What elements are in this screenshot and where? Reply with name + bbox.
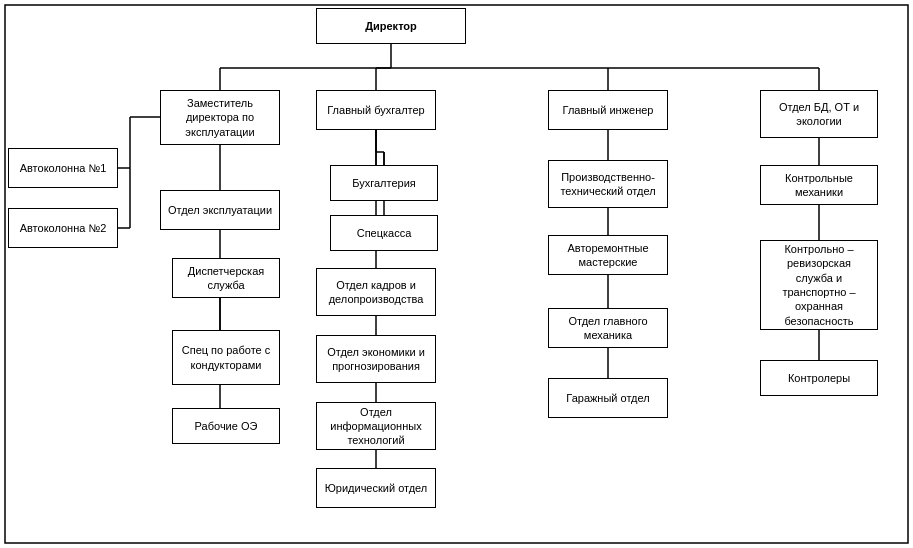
kontrolery-box: Контролеры bbox=[760, 360, 878, 396]
yurid-otdel-box: Юридический отдел bbox=[316, 468, 436, 508]
garazhny-otdel-box: Гаражный отдел bbox=[548, 378, 668, 418]
proizv-tech-otdel-box: Производственно-технический отдел bbox=[548, 160, 668, 208]
zam-director-box: Заместитель директора по эксплуатации bbox=[160, 90, 280, 145]
otdel-bd-ot-box: Отдел БД, ОТ и экологии bbox=[760, 90, 878, 138]
avtokolonna2-box: Автоколонна №2 bbox=[8, 208, 118, 248]
rabochie-oe-box: Рабочие ОЭ bbox=[172, 408, 280, 444]
otdel-glav-mehanika-box: Отдел главного механика bbox=[548, 308, 668, 348]
avtokolonna1-box: Автоколонна №1 bbox=[8, 148, 118, 188]
kontrolnie-mehaniki-box: Контрольные механики bbox=[760, 165, 878, 205]
director-box: Директор bbox=[316, 8, 466, 44]
otdel-it-box: Отдел информационных технологий bbox=[316, 402, 436, 450]
otdel-expluatacii-box: Отдел эксплуатации bbox=[160, 190, 280, 230]
otdel-ekonomiki-box: Отдел экономики и прогнозирования bbox=[316, 335, 436, 383]
speckassa-box: Спецкасса bbox=[330, 215, 438, 251]
glav-inzhener-box: Главный инженер bbox=[548, 90, 668, 130]
dispetcherskaya-box: Диспетчерская служба bbox=[172, 258, 280, 298]
buxgalteriya-box: Бухгалтерия bbox=[330, 165, 438, 201]
glav-buxgalter-box: Главный бухгалтер bbox=[316, 90, 436, 130]
avtoremontnie-box: Авторемонтные мастерские bbox=[548, 235, 668, 275]
otdel-kadrov-box: Отдел кадров и делопроизводства bbox=[316, 268, 436, 316]
kontrolno-reviz-box: Контрольно – ревизорская служба и трансп… bbox=[760, 240, 878, 330]
spec-konduktoarami-box: Спец по работе с кондукторами bbox=[172, 330, 280, 385]
org-chart: Директор Автоколонна №1 Автоколонна №2 З… bbox=[0, 0, 913, 548]
